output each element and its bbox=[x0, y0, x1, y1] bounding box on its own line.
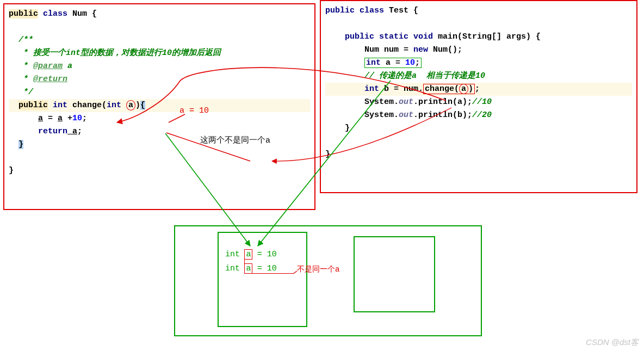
arg-a-circle: a bbox=[459, 84, 468, 94]
mem-row-1: int a = 10 bbox=[225, 249, 277, 260]
param-a-circle: a bbox=[126, 100, 135, 110]
mem-underline bbox=[244, 273, 293, 274]
mem-a-box-2: a bbox=[244, 263, 252, 274]
change-a-box: change(a) bbox=[423, 84, 475, 94]
code-num: public class Num { /** * 接受一个int型的数据，对数据… bbox=[4, 4, 314, 181]
watermark: CSDN @dst客 bbox=[586, 337, 639, 348]
memory-stack-left bbox=[218, 232, 307, 327]
code-test: public class Test { public static void m… bbox=[321, 1, 636, 164]
memory-box-right bbox=[354, 236, 435, 312]
mem-row-2: int a = 10 bbox=[225, 263, 277, 274]
annot-not-same-a2: 不是同一个a bbox=[297, 264, 339, 274]
annot-a-eq-10: a = 10 bbox=[179, 106, 209, 115]
code-panel-test: public class Test { public static void m… bbox=[320, 0, 637, 193]
code-panel-num: public class Num { /** * 接受一个int型的数据，对数据… bbox=[3, 3, 315, 210]
mem-a-box-1: a bbox=[244, 249, 252, 260]
mem-conn-1 bbox=[244, 260, 245, 266]
annot-not-same-a: 这两个不是同一个a bbox=[200, 135, 270, 145]
int-a-10-box: int a = 10; bbox=[364, 58, 422, 68]
